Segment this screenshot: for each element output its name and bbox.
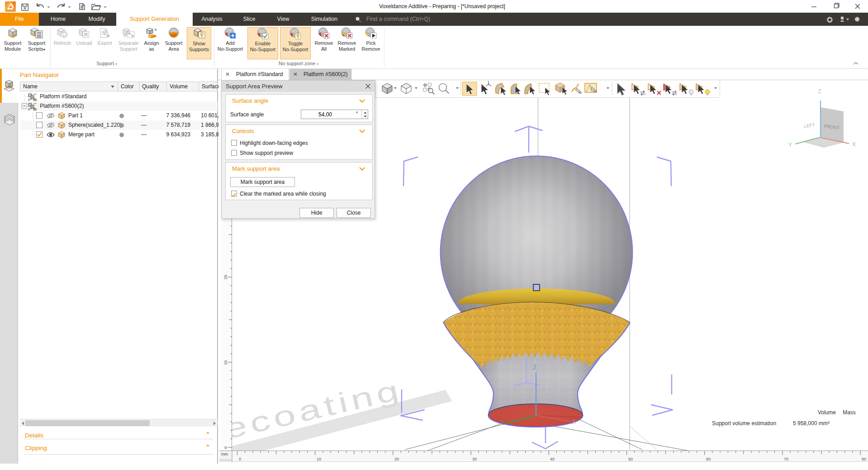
svg-text:0: 0 — [239, 457, 241, 461]
svg-text:0: 0 — [223, 446, 228, 449]
svg-text:Z: Z — [533, 364, 537, 371]
svg-text:60: 60 — [706, 457, 711, 461]
svg-text:20: 20 — [394, 457, 399, 461]
svg-text:X: X — [572, 418, 576, 425]
svg-text:Y: Y — [501, 419, 505, 426]
svg-text:Y: Y — [788, 142, 792, 148]
svg-text:X: X — [852, 141, 856, 148]
svg-text:80: 80 — [862, 457, 866, 461]
svg-text:70: 70 — [784, 457, 788, 461]
svg-text:20: 20 — [223, 275, 228, 279]
svg-text:LEFT: LEFT — [803, 122, 815, 129]
svg-text:10: 10 — [223, 360, 228, 365]
svg-text:30: 30 — [472, 457, 477, 461]
svg-text:50: 50 — [628, 457, 633, 461]
svg-text:10: 10 — [317, 457, 321, 461]
svg-text:mm: mm — [221, 452, 228, 456]
svg-text:40: 40 — [550, 457, 555, 461]
